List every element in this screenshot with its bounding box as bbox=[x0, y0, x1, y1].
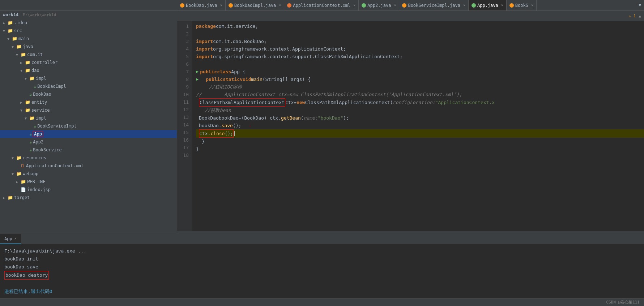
text-cursor bbox=[234, 131, 235, 136]
editor-top-bar: ⚠ 1 ▲ bbox=[177, 11, 644, 21]
bottom-tab-bar: App × bbox=[0, 234, 644, 244]
folder-icon: 📁 bbox=[8, 28, 13, 33]
code-line-16: } bbox=[196, 138, 644, 145]
sidebar-item-bookserviceimpl[interactable]: ▶ ☕ BookServiceImpl bbox=[0, 122, 177, 130]
tab-close-icon[interactable]: × bbox=[220, 3, 222, 7]
code-line-11: ClassPathXmlApplicationContext ctx=new C… bbox=[196, 98, 644, 107]
chevron-down-icon: ▼ bbox=[20, 108, 24, 112]
code-line-14: bookDao.save(); - bbox=[196, 122, 644, 129]
expand-tabs-icon[interactable]: ▼ bbox=[639, 3, 644, 8]
folder-icon: 📁 bbox=[8, 20, 13, 25]
folder-icon: 📁 bbox=[12, 36, 17, 41]
folder-icon: 📁 bbox=[21, 52, 26, 57]
code-line-7: ▶ public class App { bbox=[196, 68, 644, 76]
tab-close-icon[interactable]: × bbox=[394, 3, 396, 7]
java-file-icon: ☕ bbox=[29, 147, 32, 152]
chevron-down-icon: ▼ bbox=[25, 116, 28, 120]
folder-icon: 📁 bbox=[29, 116, 35, 121]
folder-icon: 📁 bbox=[25, 68, 30, 73]
file-tree: work14 E:\work\work14 ▶ 📁 .idea ▼ 📁 src … bbox=[0, 11, 177, 234]
run-icon[interactable]: ▶ bbox=[196, 68, 199, 76]
code-editor[interactable]: package com.it.service; import com.it.da… bbox=[192, 21, 644, 231]
code-line-12: //获取bean bbox=[196, 107, 644, 114]
tab-bookdao[interactable]: BookDao.java × bbox=[177, 0, 226, 11]
tab-close-icon[interactable]: × bbox=[353, 3, 355, 7]
jsp-file-icon: 📄 bbox=[21, 187, 26, 192]
folder-icon: 📁 bbox=[25, 100, 30, 105]
chevron-right-icon: ▶ bbox=[3, 21, 7, 25]
ctx-close-highlight: ctx.close(); bbox=[199, 129, 234, 138]
sidebar-item-applicationcontext[interactable]: ▶ 🗋 ApplicationContext.xml bbox=[0, 162, 177, 170]
chevron-down-icon: ▼ bbox=[3, 29, 7, 33]
code-line-17: } bbox=[196, 145, 644, 153]
sidebar-item-webinf[interactable]: ▶ 📁 WEB-INF bbox=[0, 178, 177, 186]
tab-close-icon[interactable]: × bbox=[531, 3, 533, 7]
chevron-right-icon: ▶ bbox=[3, 196, 7, 200]
folder-icon: 📁 bbox=[16, 44, 22, 49]
sidebar-item-service-impl[interactable]: ▼ 📁 impl bbox=[0, 114, 177, 122]
code-line-6 bbox=[196, 60, 644, 68]
tab-app2[interactable]: App2.java × bbox=[359, 0, 399, 11]
sidebar-item-app2[interactable]: ▶ ☕ App2 bbox=[0, 138, 177, 146]
sidebar-item-target[interactable]: ▶ 📁 target bbox=[0, 194, 177, 202]
console-tab[interactable]: App × bbox=[0, 234, 21, 244]
chevron-down-icon: ▼ bbox=[12, 45, 15, 49]
xml-icon bbox=[287, 3, 291, 8]
scroll-up-icon[interactable]: ▲ bbox=[639, 14, 641, 18]
sidebar-item-main[interactable]: ▼ 📁 main bbox=[0, 35, 177, 43]
tab-bookdaoimpl[interactable]: BookDaoImpl.java × bbox=[226, 0, 285, 11]
tab-close-icon[interactable]: × bbox=[501, 3, 503, 7]
tab-bookserviceimpl[interactable]: BookServiceImpl.java × bbox=[399, 0, 469, 11]
tab-app[interactable]: App.java × bbox=[469, 0, 507, 11]
csdn-label: CSDN @卷心菜111 bbox=[606, 299, 640, 305]
sidebar-item-idea[interactable]: ▶ 📁 .idea bbox=[0, 19, 177, 27]
chevron-right-icon: ▶ bbox=[20, 100, 24, 104]
code-line-9: //获取IOC容器 bbox=[196, 83, 644, 91]
sidebar-item-bookdao[interactable]: ▶ ☕ BookDao bbox=[0, 90, 177, 98]
run-icon[interactable]: ▶ bbox=[196, 76, 199, 83]
folder-icon: 📁 bbox=[21, 179, 26, 184]
java-icon bbox=[362, 3, 366, 8]
sidebar-item-bookdaoimpl[interactable]: ▶ ☕ BookDaoImpl bbox=[0, 82, 177, 90]
code-line-2 bbox=[196, 30, 644, 38]
sidebar-item-app[interactable]: ▶ ☕ App bbox=[0, 130, 177, 138]
sidebar-item-dao-impl[interactable]: ▼ 📁 impl bbox=[0, 74, 177, 82]
java-icon bbox=[229, 3, 233, 8]
sidebar-item-indexjsp[interactable]: ▶ 📄 index.jsp bbox=[0, 186, 177, 194]
xml-file-icon: 🗋 bbox=[21, 163, 25, 168]
tab-close-icon[interactable]: × bbox=[463, 3, 465, 7]
chevron-down-icon: ▼ bbox=[7, 37, 11, 41]
java-file-icon: ☕ bbox=[29, 92, 32, 97]
project-root: work14 E:\work\work14 bbox=[0, 11, 177, 19]
sidebar-item-service[interactable]: ▼ 📁 service bbox=[0, 106, 177, 114]
sidebar-item-resources[interactable]: ▼ 📁 resources bbox=[0, 154, 177, 162]
sidebar-item-entity[interactable]: ▶ 📁 entity bbox=[0, 98, 177, 106]
sidebar-item-src[interactable]: ▼ 📁 src bbox=[0, 27, 177, 35]
java-file-icon: ☕ bbox=[29, 132, 32, 137]
chevron-down-icon: ▼ bbox=[25, 77, 28, 81]
tab-close-icon[interactable]: × bbox=[14, 237, 17, 241]
tab-books[interactable]: BookS × bbox=[507, 0, 537, 11]
code-line-1: package com.it.service; bbox=[196, 22, 644, 30]
chevron-right-icon: ▶ bbox=[16, 180, 20, 184]
tab-applicationcontext[interactable]: ApplicationContext.xml × bbox=[284, 0, 359, 11]
warning-badge: ⚠ 1 bbox=[629, 14, 636, 18]
sidebar-item-controller[interactable]: ▶ 📁 controller bbox=[0, 59, 177, 66]
sidebar-item-java[interactable]: ▼ 📁 java bbox=[0, 43, 177, 51]
folder-icon: 📁 bbox=[16, 171, 22, 176]
console-line-3: bookDao save bbox=[4, 263, 640, 271]
code-line-15: ctx.close(); bbox=[196, 129, 644, 138]
sidebar-item-dao[interactable]: ▼ 📁 dao bbox=[0, 66, 177, 74]
sidebar-item-webapp[interactable]: ▼ 📁 webapp bbox=[0, 170, 177, 178]
java-icon bbox=[509, 3, 514, 8]
project-label: work14 E:\work\work14 bbox=[3, 12, 56, 17]
folder-icon: 📁 bbox=[8, 195, 13, 200]
sidebar-item-bookservice[interactable]: ▶ ☕ BookService bbox=[0, 146, 177, 154]
horizontal-scrollbar[interactable] bbox=[177, 231, 644, 234]
chevron-down-icon: ▼ bbox=[20, 69, 24, 73]
java-file-icon: ☕ bbox=[29, 139, 32, 145]
tab-close-icon[interactable]: × bbox=[279, 3, 281, 7]
sidebar-item-comit[interactable]: ▼ 📁 com.it bbox=[0, 51, 177, 59]
console-line-2: bookDao init bbox=[4, 255, 640, 263]
status-bar: CSDN @卷心菜111 bbox=[0, 298, 644, 306]
